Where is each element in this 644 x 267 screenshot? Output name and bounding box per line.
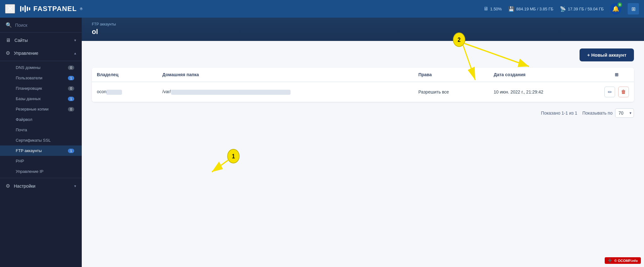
ftp-label: FTP аккаунты bbox=[16, 148, 68, 153]
svg-point-5 bbox=[453, 41, 465, 47]
backups-label: Резервные копии bbox=[16, 107, 68, 111]
col-actions: ⊞ bbox=[599, 68, 634, 82]
sidebar-label-sites: Сайты bbox=[14, 38, 74, 43]
sidebar-divider-2 bbox=[0, 178, 82, 178]
logo-text: FASTPANEL bbox=[33, 5, 77, 13]
sidebar-item-firewall[interactable]: Файрвол bbox=[0, 114, 82, 125]
path-prefix: /var/ bbox=[162, 89, 171, 94]
disk-value: 17.39 ГБ / 59.04 ГБ bbox=[568, 7, 604, 11]
header-stats: 🖥 1.50% 💾 884.19 МБ / 3.85 ГБ 📡 17.39 ГБ… bbox=[483, 3, 639, 14]
col-owner: Владелец bbox=[92, 68, 157, 82]
col-home-folder: Домашняя папка bbox=[157, 68, 413, 82]
per-page-select[interactable]: Показывать по 10 25 50 70 100 bbox=[582, 108, 634, 118]
cell-owner: ocon bbox=[92, 82, 157, 102]
sites-icon: 🖥 bbox=[6, 37, 11, 43]
logo: FASTPANEL® bbox=[20, 5, 83, 13]
col-permissions: Права bbox=[413, 68, 489, 82]
sidebar-item-databases[interactable]: Базы данных 1 bbox=[0, 94, 82, 104]
sidebar-label-settings: Настройки bbox=[14, 184, 74, 189]
sidebar-item-users[interactable]: Пользователи 1 bbox=[0, 73, 82, 83]
notification-badge: 0 bbox=[618, 3, 622, 7]
ocomp-badge: ➕ © OCOMP.info bbox=[605, 257, 641, 264]
search-input[interactable] bbox=[15, 23, 76, 28]
sidebar-item-scheduler[interactable]: Планировщик 0 bbox=[0, 83, 82, 94]
scheduler-badge: 0 bbox=[68, 86, 74, 91]
page-title: ol bbox=[92, 28, 634, 36]
cell-created: 10 июн. 2022 г., 21:29:42 bbox=[489, 82, 599, 102]
ram-value: 884.19 МБ / 3.85 ГБ bbox=[516, 7, 553, 11]
table-toolbar: + Новый аккаунт bbox=[92, 48, 634, 61]
sidebar-item-backups[interactable]: Резервные копии 0 bbox=[0, 104, 82, 114]
breadcrumb: FTP аккаунты bbox=[92, 22, 634, 26]
content: FTP аккаунты ol + Новый аккаунт Владелец… bbox=[82, 18, 644, 267]
sidebar-item-ftp[interactable]: FTP аккаунты 1 bbox=[0, 145, 82, 156]
new-account-button[interactable]: + Новый аккаунт bbox=[580, 48, 634, 61]
ftp-badge: 1 bbox=[68, 149, 74, 153]
sidebar-item-settings[interactable]: ⚙ Настройки ▾ bbox=[0, 179, 82, 192]
close-button[interactable]: ✕ bbox=[5, 4, 15, 14]
table-body: ocon /var/ Разрешить все 10 июн. 2022 г.… bbox=[92, 82, 634, 102]
sites-arrow-icon: ▾ bbox=[74, 38, 76, 43]
users-badge: 1 bbox=[68, 76, 74, 80]
grid-button[interactable]: ⊞ bbox=[628, 3, 639, 14]
sidebar-item-sites[interactable]: 🖥 Сайты ▾ bbox=[0, 34, 82, 47]
cpu-stat: 🖥 1.50% bbox=[483, 6, 502, 12]
databases-badge: 1 bbox=[68, 97, 74, 101]
sidebar-item-management[interactable]: ⚙ Управление ▴ bbox=[0, 47, 82, 60]
dns-label: DNS домены bbox=[16, 65, 68, 70]
cpu-icon: 🖥 bbox=[483, 6, 488, 12]
management-arrow-icon: ▴ bbox=[74, 51, 76, 55]
svg-text:1: 1 bbox=[232, 153, 235, 160]
sidebar-item-php[interactable]: PHP bbox=[0, 156, 82, 166]
sidebar-item-ip[interactable]: Управление IP bbox=[0, 166, 82, 177]
ip-label: Управление IP bbox=[16, 169, 76, 174]
svg-line-2 bbox=[212, 160, 228, 172]
cpu-value: 1.50% bbox=[490, 7, 502, 11]
sidebar-item-dns[interactable]: DNS домены 0 bbox=[0, 62, 82, 73]
data-table: Владелец Домашняя папка Права Дата созда… bbox=[92, 68, 634, 102]
notification-bell[interactable]: 🔔 0 bbox=[610, 3, 621, 14]
logo-reg: ® bbox=[80, 7, 83, 11]
grid-icon: ⊞ bbox=[631, 6, 636, 12]
sidebar-search[interactable]: 🔍 bbox=[0, 18, 82, 33]
ocomp-icon: ➕ bbox=[608, 258, 612, 263]
search-icon: 🔍 bbox=[6, 22, 12, 28]
cell-permissions: Разрешить все bbox=[413, 82, 489, 102]
per-page-dropdown[interactable]: 10 25 50 70 100 bbox=[615, 108, 634, 118]
pagination-shown: Показано 1-1 из 1 bbox=[541, 111, 577, 116]
sidebar-divider-1 bbox=[0, 61, 82, 61]
table-row: ocon /var/ Разрешить все 10 июн. 2022 г.… bbox=[92, 82, 634, 102]
edit-button[interactable]: ✏ bbox=[604, 87, 615, 97]
owner-blurred bbox=[106, 90, 122, 95]
sidebar-item-ssl[interactable]: Сертификаты SSL bbox=[0, 135, 82, 145]
backups-badge: 0 bbox=[68, 107, 74, 111]
table-layout-icon: ⊞ bbox=[615, 72, 619, 77]
per-page-label: Показывать по bbox=[582, 111, 613, 116]
svg-text:2: 2 bbox=[458, 41, 461, 43]
table-area: + Новый аккаунт Владелец Домашняя папка … bbox=[82, 41, 644, 267]
page-header: FTP аккаунты ol bbox=[82, 18, 644, 41]
top-header: ✕ FASTPANEL® 🖥 1.50% 💾 884.19 МБ / 3.85 … bbox=[0, 0, 644, 18]
table-header: Владелец Домашняя папка Права Дата созда… bbox=[92, 68, 634, 82]
ram-stat: 💾 884.19 МБ / 3.85 ГБ bbox=[508, 6, 553, 12]
users-label: Пользователи bbox=[16, 76, 68, 80]
sidebar-label-management: Управление bbox=[14, 51, 74, 56]
settings-arrow-icon: ▾ bbox=[74, 184, 76, 188]
delete-button[interactable]: 🗑 bbox=[618, 87, 629, 97]
sidebar: 🔍 🖥 Сайты ▾ ⚙ Управление ▴ DNS домены 0 bbox=[0, 18, 82, 267]
mail-label: Почта bbox=[16, 128, 76, 132]
sidebar-item-mail[interactable]: Почта bbox=[0, 125, 82, 135]
dns-badge: 0 bbox=[68, 65, 74, 70]
owner-prefix: ocon bbox=[97, 89, 106, 94]
ocomp-label: © OCOMP.info bbox=[614, 259, 638, 263]
disk-stat: 📡 17.39 ГБ / 59.04 ГБ bbox=[560, 6, 604, 12]
path-blurred bbox=[171, 90, 291, 95]
management-icon: ⚙ bbox=[6, 50, 10, 56]
pagination-row: Показано 1-1 из 1 Показывать по 10 25 50… bbox=[92, 108, 634, 118]
sidebar-section-main: 🖥 Сайты ▾ ⚙ Управление ▴ DNS домены 0 По… bbox=[0, 33, 82, 194]
disk-icon: 📡 bbox=[560, 6, 566, 12]
col-created: Дата создания bbox=[489, 68, 599, 82]
settings-icon: ⚙ bbox=[6, 183, 10, 189]
logo-icon bbox=[20, 5, 30, 12]
per-page-select-wrap[interactable]: 10 25 50 70 100 bbox=[615, 108, 634, 118]
